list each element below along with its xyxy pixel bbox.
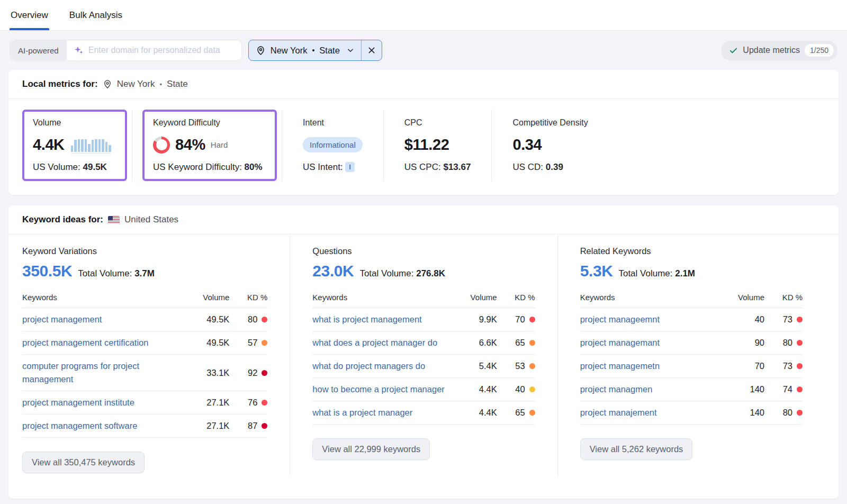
keyword-link[interactable]: what does a project manager do (312, 336, 457, 349)
update-metrics-button[interactable]: Update metrics 1/250 (721, 41, 837, 60)
keywords-table: Keywords Volume KD % project manageemnt … (580, 293, 803, 425)
close-icon (367, 46, 376, 55)
kd-value: 80 (248, 314, 257, 325)
view-all-questions-button[interactable]: View all 22,999 keywords (312, 438, 430, 460)
table-row: project managmen 140 74 (580, 378, 803, 401)
keyword-link[interactable]: what is project management (312, 313, 457, 326)
volume-column-header: Volume (190, 293, 229, 302)
location-type: State (319, 46, 340, 56)
keyword-link[interactable]: what do project managers do (312, 359, 457, 373)
search-toolbar: AI-powered New York • State (10, 40, 837, 61)
keyword-volume: 40 (725, 314, 764, 325)
volume-trend-chart (71, 138, 111, 154)
keyword-volume: 49.5K (190, 314, 229, 325)
kd-value: 76 (248, 398, 257, 408)
us-cpc: US CPC: $13.67 (404, 162, 471, 173)
cpc-metric: CPC $11.22 US CPC: $13.67 (389, 110, 487, 181)
keyword-link[interactable]: project management institute (22, 396, 190, 409)
section-total-volume: Total Volume: 2.1M (618, 268, 695, 279)
keyword-volume: 4.4K (458, 384, 497, 394)
keyword-volume: 4.4K (458, 408, 497, 418)
keyword-link[interactable]: how to become a project manager (312, 383, 457, 396)
keyword-link[interactable]: project managemant (580, 336, 725, 349)
kd-dot (797, 317, 803, 322)
keyword-link[interactable]: project managmen (580, 383, 725, 396)
tab-overview[interactable]: Overview (10, 0, 49, 30)
table-row: how to become a project manager 4.4K 40 (312, 378, 535, 401)
section-count: 350.5K (22, 262, 72, 280)
kd-value: 53 (515, 361, 525, 371)
chevron-down-icon (347, 47, 354, 54)
ai-powered-label: AI-powered (10, 40, 67, 60)
keyword-difficulty-metric-highlighted: Keyword Difficulty 84% Hard US Keyword D… (142, 110, 277, 181)
kd-column-header: KD % (497, 293, 535, 302)
us-volume: US Volume: 49.5K (33, 162, 116, 173)
keyword-link[interactable]: project managemetn (580, 359, 725, 373)
kd-value: 74 (783, 384, 792, 394)
keyword-link[interactable]: what is a project manager (312, 406, 457, 419)
kd-label: Keyword Difficulty (153, 118, 266, 128)
keyword-link[interactable]: project manageemnt (580, 313, 725, 326)
keyword-volume: 27.1K (190, 398, 229, 408)
keyword-link[interactable]: project management certification (22, 336, 190, 349)
keyword-volume: 9.9K (458, 314, 497, 325)
table-row: project managemant 90 80 (580, 331, 803, 355)
table-row: project management 49.5K 80 (22, 308, 267, 331)
country-name: United States (124, 214, 178, 225)
kd-dot (529, 340, 535, 346)
keyword-link[interactable]: project management software (22, 419, 190, 433)
keyword-volume: 140 (725, 384, 764, 394)
location-name: New York (117, 79, 155, 89)
local-metrics-header: Local metrics for: New York • State (8, 70, 839, 99)
keyword-volume: 33.1K (190, 368, 229, 378)
domain-input-group: AI-powered (10, 40, 242, 61)
section-title: Questions (312, 246, 535, 256)
view-all-related-keywords-button[interactable]: View all 5,262 keywords (580, 438, 693, 460)
domain-input[interactable] (88, 46, 234, 55)
table-header-row: Keywords Volume KD % (22, 293, 267, 308)
keyword-volume: 70 (725, 361, 764, 371)
table-row: project manageemnt 40 73 (580, 308, 803, 331)
view-all-keyword-variations-button[interactable]: View all 350,475 keywords (22, 452, 145, 473)
kd-dot (529, 317, 535, 322)
keyword-volume: 27.1K (190, 421, 229, 431)
section-title: Related Keywords (580, 246, 803, 256)
us-flag-icon (108, 216, 120, 224)
clear-location-button[interactable] (362, 40, 382, 60)
kd-dot (797, 386, 803, 392)
volume-label: Volume (33, 118, 116, 128)
kd-dot (262, 400, 267, 406)
keyword-link[interactable]: project manajement (580, 406, 725, 419)
kd-value: 40 (515, 384, 525, 394)
kd-value: 70 (515, 314, 525, 325)
keyword-volume: 140 (725, 408, 764, 418)
keywords-column-header: Keywords (22, 293, 190, 302)
keyword-link[interactable]: computer programs for project management (22, 359, 190, 386)
keyword-variations-section: Keyword Variations 350.5K Total Volume: … (22, 235, 290, 489)
table-row: what is a project manager 4.4K 65 (312, 401, 535, 425)
keyword-ideas-title: Keyword ideas for: (22, 214, 103, 225)
kd-column-header: KD % (229, 293, 267, 302)
kd-value: 57 (248, 338, 257, 348)
keyword-volume: 6.6K (458, 338, 497, 348)
table-row: project manajement 140 80 (580, 401, 803, 425)
intent-label: Intent (303, 118, 363, 128)
keywords-column-header: Keywords (580, 293, 725, 302)
keyword-ideas-card: Keyword ideas for: United States Keyword… (8, 205, 839, 499)
tab-bulk-analysis[interactable]: Bulk Analysis (68, 0, 123, 30)
keyword-link[interactable]: project management (22, 313, 190, 326)
us-cd: US CD: 0.39 (512, 162, 588, 173)
us-intent: US Intent: I (303, 162, 363, 173)
domain-input-wrap (67, 40, 241, 60)
metric-divider (383, 110, 384, 181)
location-selector: New York • State (248, 40, 382, 61)
kd-dot (262, 340, 267, 346)
local-metrics-card: Local metrics for: New York • State Volu… (8, 70, 839, 195)
kd-dot (529, 410, 535, 416)
section-title: Keyword Variations (22, 246, 267, 256)
location-dropdown[interactable]: New York • State (249, 40, 361, 60)
location-separator: • (312, 46, 314, 55)
location-type: State (167, 79, 188, 89)
kd-value: 73 (783, 361, 792, 371)
table-header-row: Keywords Volume KD % (312, 293, 535, 308)
